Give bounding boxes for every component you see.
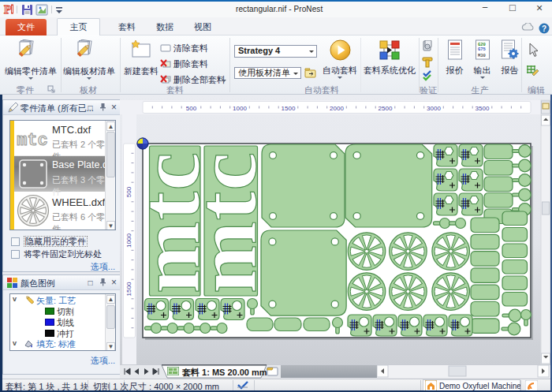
svg-text:2000: 2000 bbox=[330, 105, 344, 112]
svg-text:3000: 3000 bbox=[427, 105, 441, 112]
svg-text:G75: G75 bbox=[478, 47, 487, 52]
svg-text:P: P bbox=[4, 3, 11, 16]
svg-text:2500: 2500 bbox=[379, 105, 393, 112]
svg-text:M30: M30 bbox=[478, 53, 486, 58]
svg-text:3500: 3500 bbox=[476, 105, 490, 112]
svg-text:mtc: mtc bbox=[17, 131, 48, 149]
svg-text:?: ? bbox=[542, 24, 546, 33]
svg-text:1000: 1000 bbox=[233, 105, 247, 112]
svg-text:1500: 1500 bbox=[282, 105, 296, 112]
svg-text:mtc: mtc bbox=[178, 152, 274, 293]
svg-text:500: 500 bbox=[186, 105, 197, 112]
